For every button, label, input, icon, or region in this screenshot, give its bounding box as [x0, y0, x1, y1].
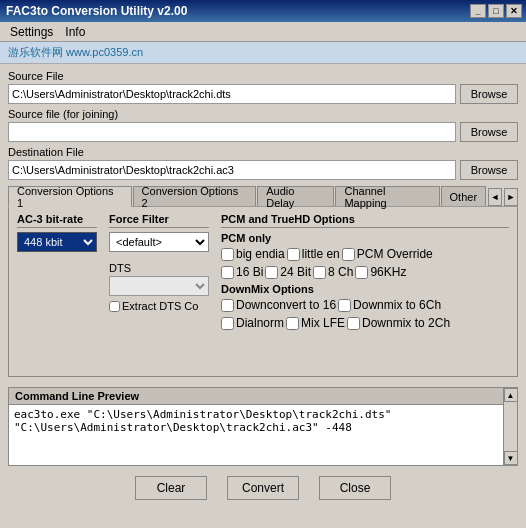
- destination-file-label: Destination File: [8, 146, 518, 158]
- mixlfe-checkbox[interactable]: [286, 317, 299, 330]
- title-bar: FAC3to Conversion Utility v2.00 _ □ ✕: [0, 0, 526, 22]
- ch8-checkbox[interactable]: [313, 266, 326, 279]
- destination-file-group: Destination File Browse: [8, 146, 518, 180]
- dialnorm-label: Dialnorm: [236, 316, 284, 330]
- dialnorm-checkbox[interactable]: [221, 317, 234, 330]
- main-content: Source File Browse Source file (for join…: [0, 64, 526, 383]
- tabs-container: Conversion Options 1 Conversion Options …: [8, 186, 518, 207]
- source-file-join-browse-button[interactable]: Browse: [460, 122, 518, 142]
- source-file-join-row: Browse: [8, 122, 518, 142]
- tab-audio-delay[interactable]: Audio Delay: [257, 186, 334, 206]
- source-file-join-label: Source file (for joining): [8, 108, 518, 120]
- close-button[interactable]: ✕: [506, 4, 522, 18]
- command-line-label: Command Line Preview: [9, 388, 503, 405]
- source-file-label: Source File: [8, 70, 518, 82]
- watermark-bar: 游乐软件网 www.pc0359.cn: [0, 42, 526, 64]
- pcm-override-checkbox[interactable]: [342, 248, 355, 261]
- pcm-override-label: PCM Override: [357, 247, 433, 261]
- source-file-group: Source File Browse: [8, 70, 518, 104]
- pcm-truehd-col: PCM and TrueHD Options PCM only big endi…: [221, 213, 509, 334]
- dts-section: DTS Extract DTS Co: [109, 262, 209, 314]
- pcm-endian-row: big endia little en PCM Override: [221, 247, 509, 261]
- downmix6ch-checkbox[interactable]: [338, 299, 351, 312]
- pcm-bit-row: 16 Bi 24 Bit 8 Ch 96KHz: [221, 265, 509, 279]
- downmix2ch-checkbox[interactable]: [347, 317, 360, 330]
- tabs-row: Conversion Options 1 Conversion Options …: [8, 186, 518, 206]
- destination-file-row: Browse: [8, 160, 518, 180]
- source-file-browse-button[interactable]: Browse: [460, 84, 518, 104]
- little-endian-label: little en: [302, 247, 340, 261]
- clear-button[interactable]: Clear: [135, 476, 207, 500]
- bit16-checkbox[interactable]: [221, 266, 234, 279]
- pcm-only-label: PCM only: [221, 232, 509, 244]
- menu-bar: Settings Info: [0, 22, 526, 42]
- bottom-buttons: Clear Convert Close: [0, 468, 526, 508]
- big-endian-checkbox[interactable]: [221, 248, 234, 261]
- ac3-bitrate-select[interactable]: 448 kbit 64 kbit 128 kbit 192 kbit 256 k…: [17, 232, 97, 252]
- close-button[interactable]: Close: [319, 476, 391, 500]
- app-title: FAC3to Conversion Utility v2.00: [6, 4, 187, 18]
- force-filter-select[interactable]: <default> none ac3 dts pcm: [109, 232, 209, 252]
- tab-channel-mapping[interactable]: Channel Mapping: [335, 186, 439, 206]
- command-line-text: eac3to.exe "C:\Users\Administrator\Deskt…: [9, 405, 503, 465]
- downmix-row1: Downconvert to 16 Downmix to 6Ch: [221, 298, 509, 312]
- source-file-join-group: Source file (for joining) Browse: [8, 108, 518, 142]
- downmix-options-label: DownMix Options: [221, 283, 509, 295]
- downmix-row2: Dialnorm Mix LFE Downmix to 2Ch: [221, 316, 509, 330]
- scroll-down-button[interactable]: ▼: [504, 451, 518, 465]
- options-grid: AC-3 bit-rate 448 kbit 64 kbit 128 kbit …: [17, 213, 509, 334]
- khz96-label: 96KHz: [370, 265, 406, 279]
- tab-conversion-options-2[interactable]: Conversion Options 2: [133, 186, 257, 206]
- destination-file-browse-button[interactable]: Browse: [460, 160, 518, 180]
- destination-file-input[interactable]: [8, 160, 456, 180]
- extract-dts-row: Extract DTS Co: [109, 300, 209, 312]
- command-line-section: Command Line Preview eac3to.exe "C:\User…: [9, 388, 503, 465]
- downconvert16-checkbox[interactable]: [221, 299, 234, 312]
- force-filter-title: Force Filter: [109, 213, 209, 228]
- source-file-join-input[interactable]: [8, 122, 456, 142]
- bit24-label: 24 Bit: [280, 265, 311, 279]
- dts-label: DTS: [109, 262, 209, 274]
- ac3-bitrate-title: AC-3 bit-rate: [17, 213, 97, 228]
- downmix6ch-label: Downmix to 6Ch: [353, 298, 441, 312]
- tab-nav-prev[interactable]: ◄: [488, 188, 502, 206]
- convert-button[interactable]: Convert: [227, 476, 299, 500]
- scrollbar: ▲ ▼: [503, 388, 517, 465]
- downmix2ch-label: Downmix to 2Ch: [362, 316, 450, 330]
- menu-info[interactable]: Info: [59, 23, 91, 41]
- bit24-checkbox[interactable]: [265, 266, 278, 279]
- tab-panel: AC-3 bit-rate 448 kbit 64 kbit 128 kbit …: [8, 207, 518, 377]
- tab-nav-next[interactable]: ►: [504, 188, 518, 206]
- dts-select[interactable]: [109, 276, 209, 296]
- title-bar-controls: _ □ ✕: [470, 4, 522, 18]
- menu-settings[interactable]: Settings: [4, 23, 59, 41]
- source-file-row: Browse: [8, 84, 518, 104]
- tab-other[interactable]: Other: [441, 186, 487, 206]
- little-endian-checkbox[interactable]: [287, 248, 300, 261]
- maximize-button[interactable]: □: [488, 4, 504, 18]
- bit16-label: 16 Bi: [236, 265, 263, 279]
- watermark-text: 游乐软件网 www.pc0359.cn: [8, 45, 143, 60]
- ac3-bitrate-col: AC-3 bit-rate 448 kbit 64 kbit 128 kbit …: [17, 213, 97, 334]
- scroll-up-button[interactable]: ▲: [504, 388, 518, 402]
- force-filter-col: Force Filter <default> none ac3 dts pcm …: [109, 213, 209, 334]
- extract-dts-checkbox[interactable]: [109, 301, 120, 312]
- pcm-truehd-title: PCM and TrueHD Options: [221, 213, 509, 228]
- minimize-button[interactable]: _: [470, 4, 486, 18]
- ch8-label: 8 Ch: [328, 265, 353, 279]
- tab-conversion-options-1[interactable]: Conversion Options 1: [8, 186, 132, 207]
- source-file-input[interactable]: [8, 84, 456, 104]
- big-endian-label: big endia: [236, 247, 285, 261]
- downconvert16-label: Downconvert to 16: [236, 298, 336, 312]
- khz96-checkbox[interactable]: [355, 266, 368, 279]
- extract-dts-label: Extract DTS Co: [122, 300, 198, 312]
- command-line-wrapper: Command Line Preview eac3to.exe "C:\User…: [8, 387, 518, 466]
- mixlfe-label: Mix LFE: [301, 316, 345, 330]
